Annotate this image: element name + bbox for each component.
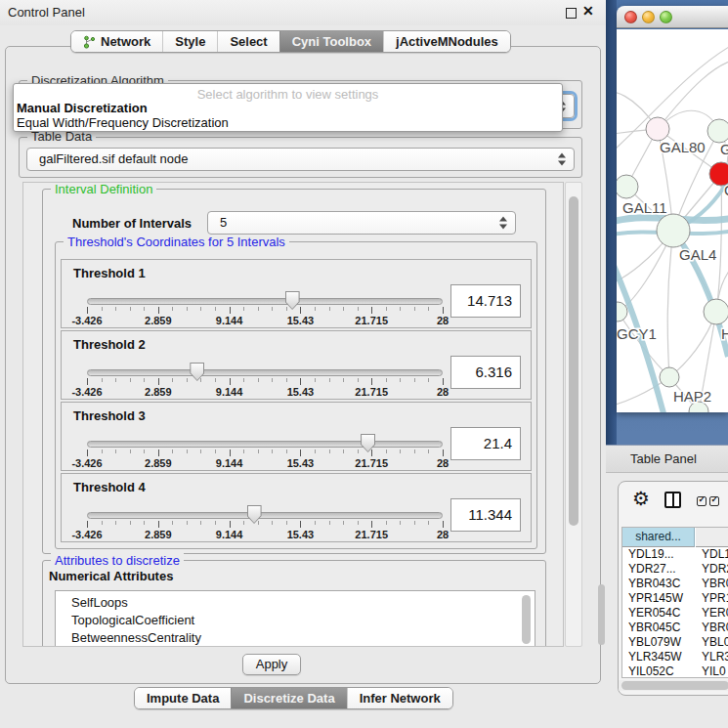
algorithm-option-equal-width-frequency-discretization[interactable]: Equal Width/Frequency Discretization <box>17 115 229 130</box>
cell-name[interactable]: YDR2 <box>702 562 728 577</box>
slider-track[interactable] <box>87 369 443 376</box>
cell-name[interactable]: YBR0 <box>702 577 728 591</box>
network-window-titlebar[interactable] <box>617 6 728 28</box>
gear-icon[interactable]: ⚙ <box>632 488 650 509</box>
network-node[interactable] <box>617 175 638 198</box>
attribute-item-selfloops[interactable]: SelfLoops <box>71 594 535 612</box>
attributes-group-label: Attributes to discretize <box>51 553 184 568</box>
tab-impute-data[interactable]: Impute Data <box>135 688 231 708</box>
network-node[interactable] <box>657 214 690 247</box>
table-row[interactable]: YPR145WYPR1 <box>622 591 728 606</box>
table-data-select[interactable]: galFiltered.sif default node <box>26 148 575 171</box>
cell-name[interactable]: YLR3 <box>702 650 728 664</box>
cell-name[interactable]: YDL1 <box>702 547 728 562</box>
table-horizontal-scrollbar[interactable] <box>619 680 728 691</box>
close-icon[interactable]: ✕ <box>582 3 594 19</box>
close-traffic-light-icon[interactable] <box>624 11 637 23</box>
cell-shared-name[interactable]: YBL079W <box>628 635 693 650</box>
cell-name[interactable]: YPR1 <box>702 591 728 606</box>
threshold-value-field[interactable]: 11.344 <box>450 498 521 532</box>
tick-mark <box>144 450 145 453</box>
number-of-intervals-select[interactable]: 5 <box>207 211 516 235</box>
tick-mark <box>230 307 231 314</box>
cell-name[interactable]: YBR0 <box>702 621 728 635</box>
network-node[interactable] <box>617 302 627 321</box>
tab-select[interactable]: Select <box>217 31 278 52</box>
slider-track[interactable] <box>87 298 443 305</box>
tick-mark <box>172 307 173 311</box>
checkbox-icon[interactable] <box>709 496 719 506</box>
network-node[interactable] <box>707 119 728 143</box>
tab-jactivemnodules[interactable]: jActiveMNodules <box>383 31 510 52</box>
threshold-value-field[interactable]: 21.4 <box>450 427 521 460</box>
cell-shared-name[interactable]: YBR043C <box>628 577 693 591</box>
main-scrollbar[interactable] <box>565 182 582 647</box>
tick-mark <box>443 450 444 456</box>
cell-shared-name[interactable]: YDR27... <box>628 562 693 577</box>
cell-shared-name[interactable]: YER054C <box>628 606 693 621</box>
cell-shared-name[interactable]: YIL052C <box>628 664 693 678</box>
cell-shared-name[interactable]: YDL19... <box>628 547 693 562</box>
table-data-value: galFiltered.sif default node <box>39 151 188 166</box>
network-node[interactable] <box>704 299 728 324</box>
network-icon <box>83 35 96 49</box>
network-node[interactable] <box>660 367 679 387</box>
tick-mark <box>258 378 259 382</box>
cell-name[interactable]: YER0 <box>702 606 728 621</box>
column-header-name[interactable]: n <box>696 528 728 547</box>
table-row[interactable]: YER054CYER0 <box>622 606 728 621</box>
cell-shared-name[interactable]: YBR045C <box>628 621 693 635</box>
network-edge[interactable] <box>667 231 673 377</box>
tick-mark <box>172 521 173 525</box>
threshold-value-field[interactable]: 6.316 <box>450 356 521 389</box>
tab-cyni-toolbox[interactable]: Cyni Toolbox <box>279 31 383 52</box>
attribute-item-betweennesscentrality[interactable]: BetweennessCentrality <box>71 629 535 647</box>
tab-label: Infer Network <box>360 691 441 706</box>
tab-infer-network[interactable]: Infer Network <box>347 688 452 708</box>
network-edge[interactable] <box>658 59 728 129</box>
slider-track[interactable] <box>87 512 443 519</box>
cell-shared-name[interactable]: YPR145W <box>628 591 693 606</box>
cell-shared-name[interactable]: YLR345W <box>628 650 693 664</box>
table-row[interactable]: YLR345WYLR3 <box>622 650 728 664</box>
float-window-icon[interactable] <box>566 8 577 19</box>
table-row[interactable]: YBL079WYBL0 <box>622 635 728 650</box>
column-header-shared-name[interactable]: shared... <box>622 528 695 547</box>
table-row[interactable]: YDR27...YDR2 <box>622 562 728 577</box>
table-row[interactable]: YIL052CYIL0 <box>622 664 728 678</box>
tick-mark <box>358 307 359 311</box>
network-node[interactable] <box>646 117 669 141</box>
tick-mark <box>315 378 316 382</box>
tab-discretize-data[interactable]: Discretize Data <box>231 688 346 708</box>
tick-mark <box>400 378 401 382</box>
table-row[interactable]: YDL19...YDL1 <box>622 547 728 562</box>
table-horizontal-scrollbar-thumb[interactable] <box>621 681 728 690</box>
table-row[interactable]: YBR043CYBR0 <box>622 577 728 591</box>
list-scrollbar-thumb[interactable] <box>522 595 531 644</box>
table-row[interactable]: YBR045CYBR0 <box>622 621 728 635</box>
main-scrollbar-thumb[interactable] <box>569 196 578 526</box>
tick-label: -3.426 <box>71 457 102 469</box>
tick-mark <box>414 378 415 382</box>
cell-name[interactable]: YIL0 <box>702 664 728 678</box>
apply-button[interactable]: Apply <box>242 654 301 675</box>
minimize-traffic-light-icon[interactable] <box>642 11 655 23</box>
tick-label: -3.426 <box>71 529 102 540</box>
algorithm-option-manual-discretization[interactable]: Manual Discretization <box>17 101 148 115</box>
threshold-slider: -3.4262.8599.14415.4321.71528 <box>87 434 443 471</box>
table-vertical-scrollbar-thumb[interactable] <box>598 584 605 645</box>
network-canvas[interactable]: GAL80GACGAL11GAL4GCY1HHAP2 <box>617 29 728 412</box>
tab-network[interactable]: Network <box>71 31 162 52</box>
cell-name[interactable]: YBL0 <box>702 635 728 650</box>
tick-label: 21.715 <box>355 315 388 326</box>
attribute-item-topologicalcoefficient[interactable]: TopologicalCoefficient <box>71 612 535 629</box>
slider-track[interactable] <box>87 441 443 448</box>
tick-label: 2.859 <box>145 315 172 326</box>
zoom-traffic-light-icon[interactable] <box>660 11 672 23</box>
columns-icon[interactable] <box>664 492 681 508</box>
tick-mark <box>230 378 231 385</box>
tab-style[interactable]: Style <box>162 31 217 52</box>
checkbox-icon[interactable] <box>697 496 707 506</box>
threshold-value-field[interactable]: 14.713 <box>450 284 521 318</box>
tab-label: Impute Data <box>147 691 219 706</box>
